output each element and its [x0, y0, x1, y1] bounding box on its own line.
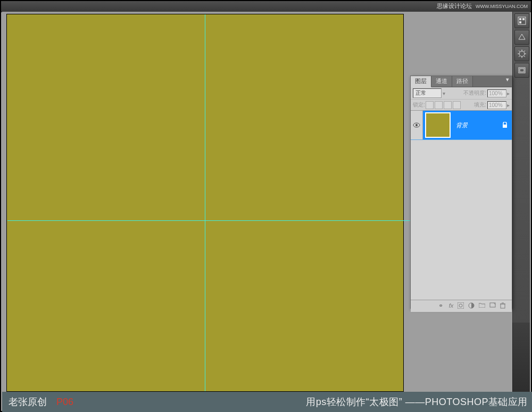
lock-pixels-icon[interactable]: [435, 101, 443, 109]
svg-line-10: [519, 51, 520, 52]
right-toolbar: [512, 12, 530, 323]
watermark-url: WWW.MISSYUAN.COM: [476, 4, 528, 9]
fx-icon[interactable]: fx: [447, 302, 455, 310]
lock-all-icon[interactable]: [453, 101, 461, 109]
svg-rect-15: [520, 69, 524, 72]
right-dark-strip: [512, 323, 530, 392]
svg-rect-23: [501, 304, 505, 308]
opacity-label: 不透明度:: [463, 89, 486, 97]
fill-label: 填充:: [474, 101, 486, 109]
svg-point-5: [519, 51, 525, 56]
lock-row: 锁定: 填充: 100% ▸: [411, 100, 512, 111]
group-icon[interactable]: [479, 302, 487, 310]
svg-rect-1: [519, 18, 521, 20]
link-layers-icon[interactable]: ⚭: [436, 302, 445, 310]
lock-indicator-icon: [502, 122, 508, 128]
blend-row: 正常 ▾ 不透明度: 100% ▸: [411, 87, 512, 100]
svg-rect-18: [503, 125, 507, 128]
layer-mask-icon[interactable]: [458, 302, 466, 310]
panel-menu-icon[interactable]: ▾: [503, 76, 512, 87]
tab-paths[interactable]: 路径: [452, 76, 473, 87]
layers-footer: ⚭ fx: [411, 300, 512, 312]
opacity-input[interactable]: 100%: [487, 89, 506, 97]
caption-bar: 老张原创 P06 用ps轻松制作“太极图” ——PHOTOSHOP基础应用: [2, 392, 532, 412]
app-topbar: 思缘设计论坛 WWW.MISSYUAN.COM: [1, 1, 531, 12]
fill-input[interactable]: 100%: [487, 101, 506, 109]
layer-name-label[interactable]: 背景: [456, 121, 502, 129]
layer-row-background[interactable]: 背景: [411, 111, 512, 140]
visibility-toggle-icon[interactable]: [411, 111, 423, 139]
document-canvas[interactable]: [6, 14, 404, 392]
svg-rect-19: [458, 302, 464, 309]
adjustments-icon[interactable]: [514, 46, 529, 61]
guide-horizontal[interactable]: [7, 220, 417, 221]
svg-point-20: [459, 304, 462, 307]
lock-label: 锁定:: [413, 101, 425, 109]
svg-rect-3: [519, 21, 521, 23]
history-icon[interactable]: [514, 63, 529, 78]
blend-mode-select[interactable]: 正常: [413, 88, 442, 98]
watermark-site: 思缘设计论坛: [437, 3, 472, 9]
svg-line-12: [524, 51, 525, 52]
tab-layers[interactable]: 图层: [411, 76, 431, 87]
svg-point-17: [415, 124, 418, 126]
watermark: 思缘设计论坛 WWW.MISSYUAN.COM: [437, 2, 528, 10]
lock-position-icon[interactable]: [444, 101, 452, 109]
adjustment-layer-icon[interactable]: [468, 302, 477, 310]
caption-page: P06: [56, 397, 73, 408]
svg-rect-2: [522, 18, 525, 20]
panel-tabs: 图层 通道 路径 ▾: [411, 76, 512, 87]
svg-line-13: [519, 56, 520, 57]
new-layer-icon[interactable]: [489, 302, 498, 310]
svg-line-11: [524, 56, 525, 57]
guide-vertical[interactable]: [205, 14, 205, 391]
svg-marker-4: [519, 34, 525, 39]
trash-icon[interactable]: [500, 302, 509, 310]
lock-transparency-icon[interactable]: [426, 101, 434, 109]
caption-title: 用ps轻松制作“太极图” ——PHOTOSHOP基础应用: [306, 395, 528, 408]
caption-author: 老张原创: [9, 395, 47, 408]
layers-panel: 图层 通道 路径 ▾ 正常 ▾ 不透明度: 100% ▸ 锁定: 填充:: [410, 76, 512, 309]
tab-channels[interactable]: 通道: [431, 76, 452, 87]
styles-icon[interactable]: [514, 30, 529, 45]
layer-thumbnail[interactable]: [425, 112, 451, 138]
swatches-icon[interactable]: [514, 13, 529, 28]
layers-list-empty[interactable]: [411, 140, 512, 300]
